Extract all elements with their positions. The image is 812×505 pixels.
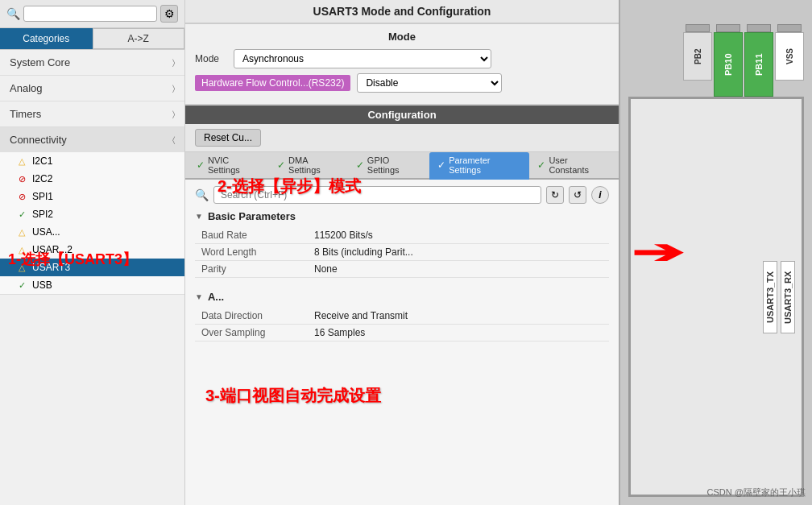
param-name: Over Sampling xyxy=(195,325,308,341)
collapse-icon[interactable]: ▼ xyxy=(195,292,203,301)
search-bar: 🔍 ⚙ xyxy=(0,0,184,28)
check-icon: ✓ xyxy=(277,159,285,171)
tab-categories[interactable]: Categories xyxy=(0,28,93,49)
group-analog: Analog 〉 xyxy=(0,76,184,101)
ok-icon: ✓ xyxy=(16,209,27,220)
chip-view: PB2 PB10 PB11 VSS USART3_TX xyxy=(620,0,812,505)
sidebar-item-i2c1[interactable]: △ I2C1 xyxy=(0,152,184,170)
group-system-core-header[interactable]: System Core 〉 xyxy=(0,50,184,75)
center-panel: USART3 Mode and Configuration Mode Mode … xyxy=(185,0,619,505)
config-title: Configuration xyxy=(185,106,619,124)
reset-button[interactable]: Reset Cu... xyxy=(195,129,261,147)
sidebar-list: System Core 〉 Analog 〉 Timers 〉 Connecti… xyxy=(0,50,184,505)
info-icon-btn[interactable]: i xyxy=(591,186,609,204)
usart3-tx-label: USART3_TX xyxy=(763,261,777,333)
sidebar-item-usart1[interactable]: △ USA... xyxy=(0,223,184,241)
reset-row: Reset Cu... xyxy=(185,124,619,152)
tab-a-to-z[interactable]: A->Z xyxy=(93,28,185,49)
hw-flow-label: Hardware Flow Control...(RS232) xyxy=(195,75,350,91)
table-row: Parity None xyxy=(195,261,609,278)
annotation-1: 1-选择【USART3】 xyxy=(8,250,137,269)
check-icon: ✓ xyxy=(537,159,545,171)
group-system-core-label: System Core xyxy=(10,56,70,68)
pin-connector xyxy=(747,24,771,32)
advanced-params-table: Data Direction Receive and Transmit Over… xyxy=(195,308,609,341)
pin-pb2-label: PB2 xyxy=(683,32,712,81)
group-connectivity: Connectivity 〈 △ I2C1 ⊘ I2C2 ⊘ SPI1 xyxy=(0,127,184,295)
sidebar-item-spi2[interactable]: ✓ SPI2 xyxy=(0,205,184,223)
tab-parameter[interactable]: ✓ Parameter Settings xyxy=(429,152,529,180)
param-value: 8 Bits (including Parit... xyxy=(308,244,609,261)
gear-button[interactable]: ⚙ xyxy=(160,5,178,23)
collapse-icon[interactable]: ▼ xyxy=(195,212,203,221)
warning-icon: △ xyxy=(16,156,27,167)
param-name: Baud Rate xyxy=(195,227,308,244)
basic-params-label: Basic Parameters xyxy=(208,210,296,222)
tab-user-constants[interactable]: ✓ User Constants xyxy=(529,152,615,180)
param-section: 🔍 ↻ ↺ i ▼ Basic Parameters Baud Rate 115… xyxy=(185,180,619,505)
table-row: Baud Rate 115200 Bits/s xyxy=(195,227,609,244)
group-analog-label: Analog xyxy=(10,82,42,94)
connectivity-items: △ I2C1 ⊘ I2C2 ⊘ SPI1 ✓ SPI2 xyxy=(0,152,184,294)
sidebar-item-i2c2[interactable]: ⊘ I2C2 xyxy=(0,170,184,188)
chevron-right-icon: 〉 xyxy=(172,84,175,93)
warning-icon: △ xyxy=(16,227,27,238)
param-value: 115200 Bits/s xyxy=(308,227,609,244)
search-input[interactable] xyxy=(23,6,157,22)
basic-params-table: Baud Rate 115200 Bits/s Word Length 8 Bi… xyxy=(195,227,609,278)
param-name: Data Direction xyxy=(195,308,308,325)
pin-pb10-label: PB10 xyxy=(714,32,743,97)
group-connectivity-header[interactable]: Connectivity 〈 xyxy=(0,127,184,152)
tab-parameter-label: Parameter Settings xyxy=(449,155,521,175)
chevron-down-icon: 〈 xyxy=(172,135,175,145)
pin-vss-label: VSS xyxy=(775,32,804,81)
table-row: Data Direction Receive and Transmit xyxy=(195,308,609,325)
tab-gpio-label: GPIO Settings xyxy=(367,155,421,175)
mode-select[interactable]: Asynchronous xyxy=(234,49,491,68)
basic-params-header: ▼ Basic Parameters xyxy=(195,210,609,222)
chevron-right-icon: 〉 xyxy=(172,110,175,119)
group-analog-header[interactable]: Analog 〉 xyxy=(0,76,184,101)
hw-flow-select[interactable]: Disable xyxy=(357,73,502,93)
tab-nvic-label: NVIC Settings xyxy=(208,155,261,175)
panel-title: USART3 Mode and Configuration xyxy=(185,0,619,24)
param-value: Receive and Transmit xyxy=(308,308,609,325)
pin-connector xyxy=(777,24,802,32)
annotation-3: 3-端口视图自动完成设置 xyxy=(205,385,381,407)
reset-param-icon-btn[interactable]: ↺ xyxy=(569,186,586,204)
mode-row: Mode Asynchronous xyxy=(195,49,609,68)
sidebar-item-label: SPI1 xyxy=(32,191,53,202)
sidebar-item-spi1[interactable]: ⊘ SPI1 xyxy=(0,188,184,205)
param-value: 16 Samples xyxy=(308,325,609,341)
check-icon: ✓ xyxy=(197,159,205,171)
table-row: Over Sampling 16 Samples xyxy=(195,325,609,341)
config-section: Configuration Reset Cu... ✓ NVIC Setting… xyxy=(185,106,619,505)
mode-section: Mode Mode Asynchronous Hardware Flow Con… xyxy=(185,24,619,106)
usart3-rx-label: USART3_RX xyxy=(781,261,795,333)
pin-vss: VSS xyxy=(775,24,804,97)
pin-pb10: PB10 xyxy=(714,24,743,97)
group-timers-header[interactable]: Timers 〉 xyxy=(0,101,184,126)
sidebar-item-label: I2C2 xyxy=(32,173,52,184)
group-timers: Timers 〉 xyxy=(0,101,184,127)
param-name: Word Length xyxy=(195,244,308,261)
table-row: Word Length 8 Bits (including Parit... xyxy=(195,244,609,261)
mode-section-title: Mode xyxy=(195,31,609,43)
search-icon: 🔍 xyxy=(6,7,20,20)
red-arrow-icon: ➔ xyxy=(631,234,686,271)
error-icon: ⊘ xyxy=(16,192,27,202)
refresh-icon-btn[interactable]: ↻ xyxy=(546,186,564,204)
pin-pb11-label: PB11 xyxy=(744,32,773,97)
right-panel: PB2 PB10 PB11 VSS USART3_TX xyxy=(619,0,812,505)
search-icon: 🔍 xyxy=(195,188,209,201)
hw-flow-row: Hardware Flow Control...(RS232) Disable xyxy=(195,73,609,93)
param-name: Parity xyxy=(195,261,308,278)
annotation-2: 2-选择【异步】模式 xyxy=(218,176,361,197)
check-icon: ✓ xyxy=(356,159,364,171)
pin-pb11: PB11 xyxy=(744,24,773,97)
sidebar-item-usb[interactable]: ✓ USB xyxy=(0,276,184,294)
sidebar-item-label: USB xyxy=(32,279,52,291)
ok-icon: ✓ xyxy=(16,280,27,291)
tab-dma-label: DMA Settings xyxy=(288,155,340,175)
category-tabs: Categories A->Z xyxy=(0,28,184,50)
